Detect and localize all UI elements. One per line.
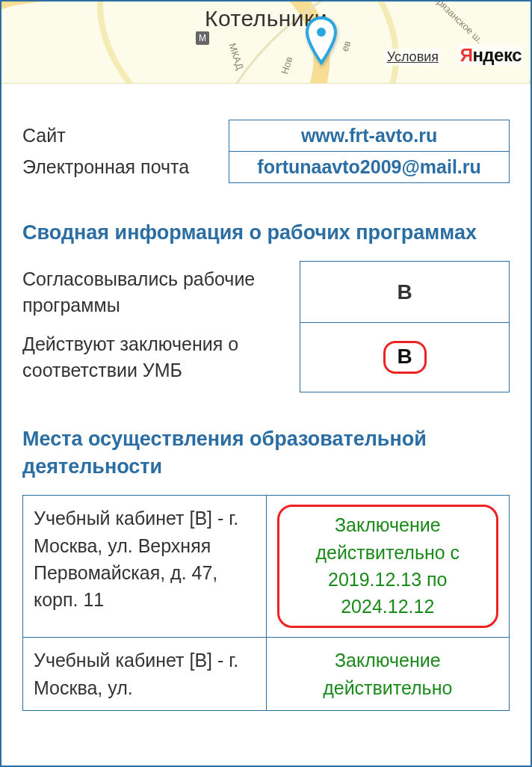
contacts-table: Сайт www.frt-avto.ru Электронная почта f… bbox=[22, 120, 510, 183]
place-address: Учебный кабинет [B] - г. Москва, ул. bbox=[23, 638, 267, 711]
programs-row1-value: B bbox=[300, 262, 510, 323]
section-title-programs: Сводная информация о рабочих программах bbox=[22, 219, 510, 246]
programs-row2-label: Действуют заключения о соответствии УМБ bbox=[22, 323, 300, 392]
place-status-cell: Заключение действительно с 2019.12.13 по… bbox=[266, 496, 510, 638]
site-link[interactable]: www.frt-avto.ru bbox=[301, 125, 437, 146]
map-provider-rest: ндекс bbox=[472, 45, 522, 65]
map-conditions-link[interactable]: Условия bbox=[385, 49, 441, 66]
email-link[interactable]: fortunaavto2009@mail.ru bbox=[257, 156, 480, 177]
content-area: Сайт www.frt-avto.ru Электронная почта f… bbox=[1, 84, 531, 711]
place-address: Учебный кабинет [B] - г. Москва, ул. Вер… bbox=[23, 496, 267, 638]
table-row: Согласовывались рабочие программы B bbox=[22, 262, 510, 323]
map-provider-first-letter: Я bbox=[460, 45, 473, 65]
map-provider-logo[interactable]: Яндекс bbox=[459, 45, 523, 66]
table-row: Действуют заключения о соответствии УМБ … bbox=[22, 323, 510, 392]
table-row: Учебный кабинет [B] - г. Москва, ул. Вер… bbox=[23, 496, 510, 638]
places-table: Учебный кабинет [B] - г. Москва, ул. Вер… bbox=[22, 495, 510, 711]
section-title-places: Места осуществления образовательной деят… bbox=[22, 425, 510, 480]
svg-point-0 bbox=[317, 28, 326, 37]
metro-icon: М bbox=[196, 31, 209, 45]
site-label: Сайт bbox=[22, 120, 229, 152]
map-pin-icon bbox=[304, 16, 338, 66]
email-label: Электронная почта bbox=[22, 152, 229, 183]
table-row: Учебный кабинет [B] - г. Москва, ул. Зак… bbox=[23, 638, 510, 711]
contact-row-email: Электронная почта fortunaavto2009@mail.r… bbox=[22, 152, 510, 183]
place-status-cell: Заключение действительно bbox=[266, 638, 510, 711]
page-frame: Новорязанское ш. МКАД Нов ев М Котельник… bbox=[0, 0, 532, 767]
map-widget[interactable]: Новорязанское ш. МКАД Нов ев М Котельник… bbox=[1, 1, 531, 84]
email-value-cell: fortunaavto2009@mail.ru bbox=[229, 152, 510, 183]
site-value-cell: www.frt-avto.ru bbox=[229, 120, 510, 152]
programs-row1-label: Согласовывались рабочие программы bbox=[22, 262, 300, 323]
validity-text: Заключение действительно bbox=[323, 650, 452, 697]
category-badge: B bbox=[383, 341, 427, 374]
validity-badge: Заключение действительно с 2019.12.13 по… bbox=[277, 505, 499, 628]
contact-row-site: Сайт www.frt-avto.ru bbox=[22, 120, 510, 152]
programs-table: Согласовывались рабочие программы B Дейс… bbox=[22, 261, 510, 392]
programs-row2-value-cell: B bbox=[300, 323, 510, 392]
